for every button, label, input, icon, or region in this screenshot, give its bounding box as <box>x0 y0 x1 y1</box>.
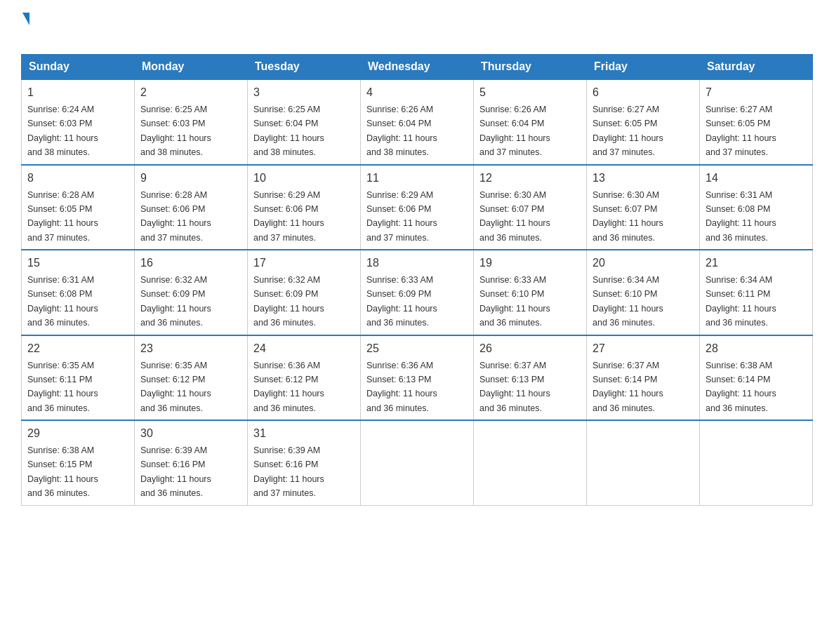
day-number: 31 <box>253 425 355 442</box>
day-number: 20 <box>593 255 694 271</box>
day-info: Sunrise: 6:32 AMSunset: 6:09 PMDaylight:… <box>140 275 211 328</box>
day-info: Sunrise: 6:30 AMSunset: 6:07 PMDaylight:… <box>593 190 663 243</box>
day-info: Sunrise: 6:28 AMSunset: 6:06 PMDaylight:… <box>140 190 211 243</box>
calendar-cell: 24 Sunrise: 6:36 AMSunset: 6:12 PMDaylig… <box>248 335 361 421</box>
day-info: Sunrise: 6:30 AMSunset: 6:07 PMDaylight:… <box>479 190 550 243</box>
day-number: 11 <box>366 170 468 187</box>
calendar-cell: 1 Sunrise: 6:24 AMSunset: 6:03 PMDayligh… <box>22 79 135 165</box>
day-number: 26 <box>479 340 581 357</box>
calendar-cell: 6 Sunrise: 6:27 AMSunset: 6:05 PMDayligh… <box>587 79 700 165</box>
calendar-cell: 8 Sunrise: 6:28 AMSunset: 6:05 PMDayligh… <box>22 165 135 250</box>
day-number: 13 <box>593 170 694 187</box>
day-number: 12 <box>479 170 581 187</box>
day-info: Sunrise: 6:32 AMSunset: 6:09 PMDaylight:… <box>253 275 324 328</box>
day-number: 24 <box>253 340 355 357</box>
day-info: Sunrise: 6:37 AMSunset: 6:14 PMDaylight:… <box>593 361 663 413</box>
calendar-cell: 17 Sunrise: 6:32 AMSunset: 6:09 PMDaylig… <box>248 250 361 335</box>
day-number: 2 <box>140 84 241 101</box>
day-number: 16 <box>140 255 241 271</box>
day-info: Sunrise: 6:34 AMSunset: 6:10 PMDaylight:… <box>593 275 663 328</box>
day-number: 10 <box>253 170 355 187</box>
day-info: Sunrise: 6:28 AMSunset: 6:05 PMDaylight:… <box>27 190 98 243</box>
calendar-cell: 9 Sunrise: 6:28 AMSunset: 6:06 PMDayligh… <box>135 165 248 250</box>
day-number: 22 <box>27 340 128 357</box>
day-info: Sunrise: 6:35 AMSunset: 6:12 PMDaylight:… <box>140 361 211 413</box>
calendar-cell: 25 Sunrise: 6:36 AMSunset: 6:13 PMDaylig… <box>361 335 474 421</box>
day-number: 27 <box>593 340 694 357</box>
calendar-week-row: 8 Sunrise: 6:28 AMSunset: 6:05 PMDayligh… <box>22 165 813 250</box>
calendar-cell: 10 Sunrise: 6:29 AMSunset: 6:06 PMDaylig… <box>248 165 361 250</box>
day-number: 14 <box>706 170 807 187</box>
weekday-header-monday: Monday <box>135 55 248 80</box>
calendar-cell: 28 Sunrise: 6:38 AMSunset: 6:14 PMDaylig… <box>700 335 813 421</box>
day-info: Sunrise: 6:25 AMSunset: 6:04 PMDaylight:… <box>253 105 324 157</box>
day-info: Sunrise: 6:26 AMSunset: 6:04 PMDaylight:… <box>366 105 437 157</box>
calendar-cell: 27 Sunrise: 6:37 AMSunset: 6:14 PMDaylig… <box>587 335 700 421</box>
day-info: Sunrise: 6:37 AMSunset: 6:13 PMDaylight:… <box>479 361 550 413</box>
calendar-cell: 14 Sunrise: 6:31 AMSunset: 6:08 PMDaylig… <box>700 165 813 250</box>
calendar-cell <box>361 420 474 505</box>
calendar-week-row: 29 Sunrise: 6:38 AMSunset: 6:15 PMDaylig… <box>22 420 813 505</box>
day-info: Sunrise: 6:25 AMSunset: 6:03 PMDaylight:… <box>140 105 211 157</box>
day-info: Sunrise: 6:38 AMSunset: 6:15 PMDaylight:… <box>27 445 98 498</box>
header <box>21 14 813 41</box>
calendar-week-row: 1 Sunrise: 6:24 AMSunset: 6:03 PMDayligh… <box>22 79 813 165</box>
day-info: Sunrise: 6:26 AMSunset: 6:04 PMDaylight:… <box>479 105 550 157</box>
day-number: 29 <box>27 425 128 442</box>
calendar-cell <box>587 420 700 505</box>
day-info: Sunrise: 6:31 AMSunset: 6:08 PMDaylight:… <box>27 275 98 328</box>
day-number: 19 <box>479 255 581 271</box>
calendar-cell: 7 Sunrise: 6:27 AMSunset: 6:05 PMDayligh… <box>700 79 813 165</box>
day-number: 25 <box>366 340 468 357</box>
calendar-cell: 4 Sunrise: 6:26 AMSunset: 6:04 PMDayligh… <box>361 79 474 165</box>
calendar-table: SundayMondayTuesdayWednesdayThursdayFrid… <box>21 54 813 506</box>
day-number: 21 <box>706 255 807 271</box>
day-info: Sunrise: 6:29 AMSunset: 6:06 PMDaylight:… <box>253 190 324 243</box>
day-number: 8 <box>27 170 128 187</box>
calendar-cell: 22 Sunrise: 6:35 AMSunset: 6:11 PMDaylig… <box>22 335 135 421</box>
calendar-cell: 11 Sunrise: 6:29 AMSunset: 6:06 PMDaylig… <box>361 165 474 250</box>
calendar-cell: 5 Sunrise: 6:26 AMSunset: 6:04 PMDayligh… <box>474 79 587 165</box>
day-info: Sunrise: 6:24 AMSunset: 6:03 PMDaylight:… <box>27 105 98 157</box>
calendar-cell: 31 Sunrise: 6:39 AMSunset: 6:16 PMDaylig… <box>248 420 361 505</box>
calendar-cell: 13 Sunrise: 6:30 AMSunset: 6:07 PMDaylig… <box>587 165 700 250</box>
day-number: 18 <box>366 255 468 271</box>
calendar-cell: 26 Sunrise: 6:37 AMSunset: 6:13 PMDaylig… <box>474 335 587 421</box>
calendar-cell: 18 Sunrise: 6:33 AMSunset: 6:09 PMDaylig… <box>361 250 474 335</box>
weekday-header-thursday: Thursday <box>474 55 587 80</box>
day-number: 4 <box>366 84 468 101</box>
day-number: 6 <box>593 84 694 101</box>
weekday-header-tuesday: Tuesday <box>248 55 361 80</box>
day-info: Sunrise: 6:31 AMSunset: 6:08 PMDaylight:… <box>706 190 776 243</box>
day-info: Sunrise: 6:35 AMSunset: 6:11 PMDaylight:… <box>27 361 98 413</box>
day-number: 30 <box>140 425 241 442</box>
calendar-cell <box>474 420 587 505</box>
day-info: Sunrise: 6:38 AMSunset: 6:14 PMDaylight:… <box>706 361 776 413</box>
calendar-cell <box>700 420 813 505</box>
calendar-cell: 2 Sunrise: 6:25 AMSunset: 6:03 PMDayligh… <box>135 79 248 165</box>
calendar-cell: 15 Sunrise: 6:31 AMSunset: 6:08 PMDaylig… <box>22 250 135 335</box>
day-info: Sunrise: 6:39 AMSunset: 6:16 PMDaylight:… <box>253 445 324 498</box>
calendar-cell: 23 Sunrise: 6:35 AMSunset: 6:12 PMDaylig… <box>135 335 248 421</box>
day-number: 5 <box>479 84 581 101</box>
logo-triangle-icon <box>22 13 29 25</box>
weekday-header-wednesday: Wednesday <box>361 55 474 80</box>
weekday-header-saturday: Saturday <box>700 55 813 80</box>
calendar-header-row: SundayMondayTuesdayWednesdayThursdayFrid… <box>22 55 813 80</box>
day-info: Sunrise: 6:34 AMSunset: 6:11 PMDaylight:… <box>706 275 776 328</box>
logo <box>21 14 29 41</box>
calendar-cell: 3 Sunrise: 6:25 AMSunset: 6:04 PMDayligh… <box>248 79 361 165</box>
day-info: Sunrise: 6:33 AMSunset: 6:09 PMDaylight:… <box>366 275 437 328</box>
day-info: Sunrise: 6:27 AMSunset: 6:05 PMDaylight:… <box>593 105 663 157</box>
calendar-cell: 29 Sunrise: 6:38 AMSunset: 6:15 PMDaylig… <box>22 420 135 505</box>
calendar-cell: 30 Sunrise: 6:39 AMSunset: 6:16 PMDaylig… <box>135 420 248 505</box>
day-number: 23 <box>140 340 241 357</box>
day-number: 3 <box>253 84 355 101</box>
day-info: Sunrise: 6:36 AMSunset: 6:12 PMDaylight:… <box>253 361 324 413</box>
calendar-cell: 12 Sunrise: 6:30 AMSunset: 6:07 PMDaylig… <box>474 165 587 250</box>
weekday-header-friday: Friday <box>587 55 700 80</box>
calendar-week-row: 22 Sunrise: 6:35 AMSunset: 6:11 PMDaylig… <box>22 335 813 421</box>
day-info: Sunrise: 6:36 AMSunset: 6:13 PMDaylight:… <box>366 361 437 413</box>
day-number: 15 <box>27 255 128 271</box>
day-number: 7 <box>706 84 807 101</box>
